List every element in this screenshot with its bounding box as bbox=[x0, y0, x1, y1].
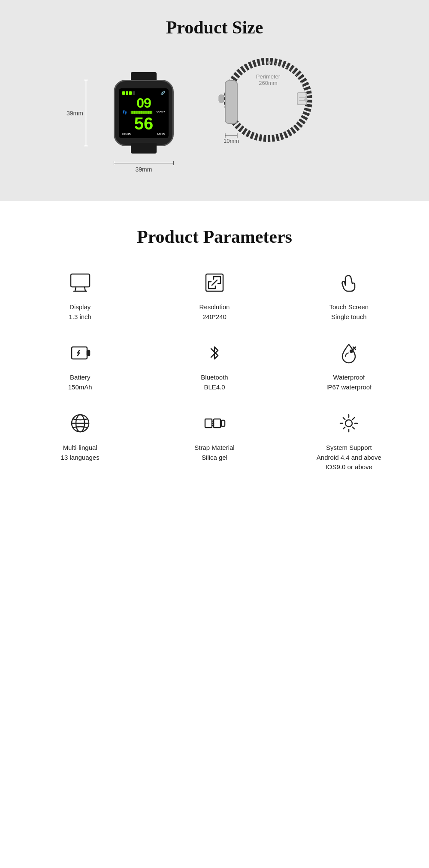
battery-icon bbox=[66, 339, 94, 367]
svg-rect-34 bbox=[221, 420, 225, 426]
param-text-display: Display1.3 inch bbox=[69, 302, 91, 322]
battery-bar-3 bbox=[129, 91, 132, 95]
watch-front-wrapper: 🔗 09 👣 ▓▓▓▓▓▓▓▓▓▓▓▓ 06597 56 bbox=[109, 72, 178, 154]
param-label-waterproof: Waterproof bbox=[326, 373, 372, 383]
width-label: 39mm bbox=[136, 166, 152, 173]
param-label-touchscreen: Touch Screen bbox=[329, 302, 369, 312]
param-text-system: System SupportAndroid 4.4 and aboveIOS9.… bbox=[317, 443, 381, 472]
param-value-strap: Silica gel bbox=[194, 453, 234, 463]
product-params-title: Product Parameters bbox=[17, 226, 412, 247]
param-item-resolution: Resolution240*240 bbox=[151, 268, 277, 322]
product-size-title: Product Size bbox=[9, 17, 420, 38]
watch-body: 🔗 09 👣 ▓▓▓▓▓▓▓▓▓▓▓▓ 06597 56 bbox=[114, 80, 174, 146]
param-text-resolution: Resolution240*240 bbox=[199, 302, 230, 322]
param-value-battery: 150mAh bbox=[68, 383, 92, 392]
screen-date-row: 08/05 MON bbox=[121, 132, 167, 136]
svg-text:Perimeter: Perimeter bbox=[256, 73, 281, 80]
watch-front: 🔗 09 👣 ▓▓▓▓▓▓▓▓▓▓▓▓ 06597 56 bbox=[109, 72, 178, 154]
svg-point-38 bbox=[345, 420, 352, 427]
product-params-section: Product Parameters Display1.3 inch Resol… bbox=[0, 201, 429, 498]
param-value-resolution: 240*240 bbox=[199, 312, 230, 322]
height-label: 39mm bbox=[66, 110, 83, 117]
param-text-touchscreen: Touch ScreenSingle touch bbox=[329, 302, 369, 322]
svg-text:260mm: 260mm bbox=[259, 80, 277, 86]
steps-bar: ▓▓▓▓▓▓▓▓▓▓▓▓ bbox=[131, 111, 152, 114]
param-item-strap: Strap MaterialSilica gel bbox=[151, 409, 277, 472]
display-icon bbox=[66, 268, 94, 296]
screen-content: 🔗 09 👣 ▓▓▓▓▓▓▓▓▓▓▓▓ 06597 56 bbox=[119, 88, 169, 138]
watch-diagrams: 🔗 09 👣 ▓▓▓▓▓▓▓▓▓▓▓▓ 06597 56 bbox=[9, 55, 420, 179]
svg-point-9 bbox=[304, 98, 308, 102]
param-text-strap: Strap MaterialSilica gel bbox=[194, 443, 234, 462]
svg-point-8 bbox=[267, 61, 271, 64]
param-label-system: System Support bbox=[317, 443, 381, 453]
param-value-system: Android 4.4 and aboveIOS9.0 or above bbox=[317, 453, 381, 472]
steps-number: 06597 bbox=[156, 110, 165, 114]
touch-screen-icon bbox=[335, 268, 363, 296]
param-value-waterproof: IP67 waterproof bbox=[326, 383, 372, 392]
watch-front-container: 🔗 09 👣 ▓▓▓▓▓▓▓▓▓▓▓▓ 06597 56 bbox=[109, 72, 178, 154]
param-text-battery: Battery150mAh bbox=[68, 373, 92, 392]
param-label-display: Display bbox=[69, 302, 91, 312]
screen-time-min: 56 bbox=[134, 115, 154, 132]
param-label-resolution: Resolution bbox=[199, 302, 230, 312]
screen-time-hour: 09 bbox=[136, 96, 151, 110]
bluetooth-icon bbox=[200, 339, 228, 367]
param-item-bluetooth: BluetoothBLE4.0 bbox=[151, 339, 277, 392]
param-label-multilingual: Multi-lingual bbox=[61, 443, 100, 453]
svg-line-17 bbox=[85, 287, 85, 291]
param-value-multilingual: 13 languages bbox=[61, 453, 100, 463]
battery-bar-1 bbox=[122, 91, 125, 95]
param-text-bluetooth: BluetoothBLE4.0 bbox=[201, 373, 228, 392]
screen-day: MON bbox=[157, 132, 165, 136]
param-label-battery: Battery bbox=[68, 373, 92, 383]
language-icon bbox=[66, 409, 94, 437]
param-item-waterproof: WaterproofIP67 waterproof bbox=[286, 339, 412, 392]
product-size-section: Product Size bbox=[0, 0, 429, 201]
height-line bbox=[86, 80, 86, 146]
param-item-system: System SupportAndroid 4.4 and aboveIOS9.… bbox=[286, 409, 412, 472]
connection-icon: 🔗 bbox=[160, 91, 165, 95]
svg-rect-22 bbox=[87, 350, 90, 356]
svg-rect-32 bbox=[205, 419, 212, 428]
param-item-battery: Battery150mAh bbox=[17, 339, 143, 392]
param-item-touchscreen: Touch ScreenSingle touch bbox=[286, 268, 412, 322]
svg-rect-15 bbox=[71, 274, 90, 287]
param-item-multilingual: Multi-lingual13 languages bbox=[17, 409, 143, 472]
resolution-icon bbox=[200, 268, 228, 296]
waterproof-icon bbox=[335, 339, 363, 367]
params-grid: Display1.3 inch Resolution240*240 Touch … bbox=[17, 268, 412, 472]
battery-indicator bbox=[122, 91, 135, 95]
system-icon bbox=[335, 409, 363, 437]
watch-side-container: Perimeter 260mm 10mm bbox=[212, 55, 320, 154]
steps-icon: 👣 bbox=[122, 110, 127, 115]
battery-bar-4 bbox=[133, 91, 135, 95]
param-label-strap: Strap Material bbox=[194, 443, 234, 453]
svg-rect-2 bbox=[219, 95, 224, 102]
svg-line-16 bbox=[75, 287, 76, 291]
watch-side-svg: Perimeter 260mm 10mm bbox=[212, 55, 320, 154]
width-dimension: 39mm bbox=[114, 163, 174, 173]
svg-rect-33 bbox=[214, 419, 221, 428]
watch-strap-bottom bbox=[131, 143, 157, 154]
svg-line-20 bbox=[212, 280, 217, 285]
width-line bbox=[114, 163, 174, 163]
param-value-bluetooth: BLE4.0 bbox=[201, 383, 228, 392]
height-dimension: 39mm bbox=[86, 80, 86, 146]
svg-point-26 bbox=[350, 350, 353, 353]
battery-bar-2 bbox=[126, 91, 128, 95]
strap-icon bbox=[200, 409, 228, 437]
param-text-waterproof: WaterproofIP67 waterproof bbox=[326, 373, 372, 392]
param-item-display: Display1.3 inch bbox=[17, 268, 143, 322]
param-text-multilingual: Multi-lingual13 languages bbox=[61, 443, 100, 462]
screen-date: 08/05 bbox=[122, 132, 131, 136]
param-value-display: 1.3 inch bbox=[69, 312, 91, 322]
param-label-bluetooth: Bluetooth bbox=[201, 373, 228, 383]
svg-rect-1 bbox=[225, 81, 237, 124]
svg-text:10mm: 10mm bbox=[224, 138, 239, 144]
param-value-touchscreen: Single touch bbox=[329, 312, 369, 322]
watch-screen: 🔗 09 👣 ▓▓▓▓▓▓▓▓▓▓▓▓ 06597 56 bbox=[119, 88, 169, 138]
svg-point-0 bbox=[227, 61, 309, 139]
